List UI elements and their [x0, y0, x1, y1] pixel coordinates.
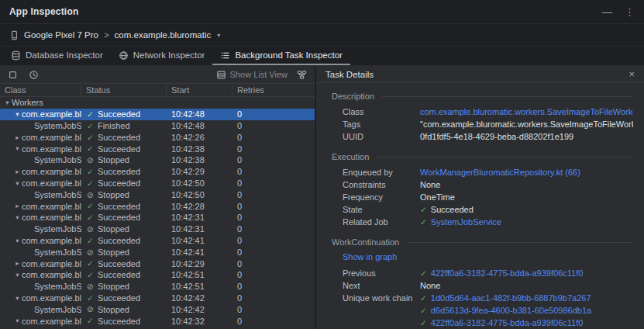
detail-value-text[interactable]: 422ff0a6-3182-4775-bdda-a939f06c11f0: [431, 268, 584, 279]
detail-value-text: 0fd1fdf5-4e18-4629-beba-d88202f1e199: [420, 132, 573, 142]
tree-chevron-icon[interactable]: ▾: [13, 272, 22, 279]
table-row[interactable]: ▸ com.example.bl ✓ Succeeded 10:42:26 0: [0, 131, 315, 143]
table-row[interactable]: ▾ com.example.bl ✓ Succeeded 10:42:32 0: [0, 315, 315, 327]
status-label: Stopped: [98, 155, 129, 164]
class-cell: SystemJobS: [0, 305, 81, 314]
tree-chevron-icon[interactable]: ▾: [13, 111, 22, 118]
retries-count: 0: [232, 282, 315, 291]
status-cell: ⊘ Stopped: [81, 224, 167, 234]
class-label: SystemJobS: [34, 190, 81, 199]
class-label: com.example.bl: [22, 202, 81, 211]
table-row[interactable]: ▾ com.example.bl ✓ Succeeded 10:42:48 0: [0, 109, 315, 120]
phone-icon: [9, 30, 19, 40]
table-row[interactable]: SystemJobS ⊘ Stopped 10:42:51 0: [0, 281, 315, 293]
show-in-graph-link[interactable]: Show in graph: [343, 252, 633, 262]
start-time: 10:42:42: [167, 293, 232, 303]
table-row[interactable]: ▸ com.example.bl ✓ Succeeded 10:42:29 0: [0, 258, 315, 269]
class-cell: ▾ com.example.bl: [0, 317, 81, 326]
status-label: Finished: [98, 121, 130, 130]
table-row[interactable]: ▾ com.example.bl ✓ Succeeded 10:42:41 0: [0, 235, 315, 247]
status-icon: ⊘: [86, 156, 95, 164]
table-row[interactable]: ▾ Workers: [0, 97, 315, 109]
graph-view-icon[interactable]: [295, 68, 308, 81]
table-row[interactable]: ▸ com.example.bl ✓ Succeeded 10:42:28 0: [0, 200, 315, 212]
start-time: 10:42:28: [167, 202, 232, 211]
detail-value-text[interactable]: d6d5613d-9fea-4600-b381-60e50986db1a: [431, 306, 591, 316]
tree-chevron-icon[interactable]: ▾: [13, 237, 22, 244]
list-view-icon: [216, 70, 226, 80]
detail-label: Previous: [343, 268, 420, 279]
detail-row: Next None: [343, 281, 633, 291]
clock-icon[interactable]: [27, 68, 40, 81]
more-options-icon[interactable]: ⋮: [625, 6, 635, 18]
section-divider: [407, 242, 633, 243]
tab-background-task-inspector[interactable]: Background Task Inspector: [212, 47, 350, 65]
status-label: Succeeded: [98, 213, 140, 222]
table-row[interactable]: SystemJobS ⊘ Stopped 10:42:50 0: [0, 189, 315, 200]
hide-icon[interactable]: —: [602, 6, 612, 18]
status-label: Stopped: [98, 190, 129, 199]
tree-chevron-icon[interactable]: ▾: [13, 180, 22, 187]
detail-value-text[interactable]: SystemJobService: [431, 217, 501, 227]
table-row[interactable]: SystemJobS ⊘ Stopped 10:42:42 0: [0, 303, 315, 315]
section-divider: [377, 157, 633, 158]
retries-count: 0: [232, 190, 315, 199]
column-header-status[interactable]: Status: [81, 84, 167, 96]
detail-label: Enqueued by: [343, 168, 420, 178]
table-row[interactable]: SystemJobS ⊘ Stopped 10:42:38 0: [0, 154, 315, 166]
detail-value-text: None: [420, 281, 440, 291]
tree-chevron-icon[interactable]: ▾: [3, 99, 12, 106]
tree-chevron-icon[interactable]: ▾: [13, 214, 22, 221]
start-time: 10:42:26: [167, 133, 232, 142]
tree-chevron-icon[interactable]: ▸: [13, 203, 22, 210]
detail-value-text[interactable]: 422ff0a6-3182-4775-bdda-a939f06c11f0: [431, 318, 584, 328]
table-row[interactable]: ▾ com.example.bl ✓ Succeeded 10:42:51 0: [0, 269, 315, 281]
tree-chevron-icon[interactable]: ▸: [13, 168, 22, 175]
detail-value-text[interactable]: 1d0d5d64-aac1-482f-b9bb-6887b9b7a267: [431, 293, 591, 303]
tree-chevron-icon[interactable]: ▸: [13, 134, 22, 141]
tree-chevron-icon[interactable]: ▾: [13, 317, 22, 324]
status-cell: ✓ Succeeded: [81, 202, 167, 211]
class-label: com.example.bl: [22, 133, 81, 142]
stop-icon[interactable]: [6, 68, 19, 81]
status-icon: ⊘: [86, 248, 95, 257]
status-icon: ✓: [86, 179, 95, 188]
table-row[interactable]: ▾ com.example.bl ✓ Succeeded 10:42:38 0: [0, 143, 315, 154]
class-cell: ▸ com.example.bl: [0, 259, 81, 268]
column-header-retries[interactable]: Retries: [232, 84, 315, 96]
table-row[interactable]: ▸ com.example.bl ✓ Succeeded 10:42:29 0: [0, 166, 315, 178]
table-row[interactable]: ▾ com.example.bl ✓ Succeeded 10:42:42 0: [0, 293, 315, 304]
table-row[interactable]: ▾ com.example.bl ✓ Succeeded 10:42:50 0: [0, 178, 315, 189]
column-header-start[interactable]: Start: [167, 84, 232, 96]
details-sections: Description Class com.example.bluromatic…: [316, 83, 644, 329]
table-row[interactable]: SystemJobS ⊘ Stopped 10:42:31 0: [0, 223, 315, 235]
tab-database-inspector[interactable]: Database Inspector: [3, 47, 111, 65]
class-label: com.example.bl: [22, 144, 81, 154]
tree-chevron-icon[interactable]: ▾: [13, 145, 22, 152]
detail-value-text[interactable]: WorkManagerBluromaticRepository.kt (66): [420, 168, 580, 178]
tree-chevron-icon[interactable]: ▸: [13, 260, 22, 267]
tab-label: Network Inspector: [133, 50, 205, 60]
table-row[interactable]: SystemJobS ⊘ Stopped 10:42:41 0: [0, 246, 315, 258]
class-label: SystemJobS: [34, 224, 81, 234]
status-label: Succeeded: [98, 178, 140, 188]
tree-chevron-icon[interactable]: ▾: [13, 295, 22, 302]
table-row[interactable]: ▾ com.example.bl ✓ Succeeded 10:42:31 0: [0, 212, 315, 223]
status-label: Succeeded: [98, 259, 140, 268]
retries-count: 0: [232, 305, 315, 314]
detail-row: Frequency OneTime: [343, 192, 633, 203]
class-label: SystemJobS: [34, 121, 81, 130]
device-process-selector[interactable]: Google Pixel 7 Pro > com.example.bluroma…: [9, 30, 220, 40]
show-list-view-button[interactable]: Show List View: [216, 70, 288, 80]
start-time: 10:42:31: [167, 224, 232, 234]
close-icon[interactable]: ×: [629, 69, 635, 79]
column-header-class[interactable]: Class: [0, 84, 81, 96]
tab-network-inspector[interactable]: Network Inspector: [111, 47, 213, 65]
detail-value: ✓ SystemJobService: [420, 217, 633, 227]
class-label: SystemJobS: [34, 305, 81, 314]
table-row[interactable]: SystemJobS ✓ Finished 10:42:48 0: [0, 120, 315, 132]
retries-count: 0: [232, 293, 315, 303]
detail-value-text[interactable]: com.example.bluromatic.workers.SaveImage…: [420, 107, 633, 117]
status-label: Succeeded: [98, 202, 140, 211]
section-title: Execution: [332, 152, 369, 161]
